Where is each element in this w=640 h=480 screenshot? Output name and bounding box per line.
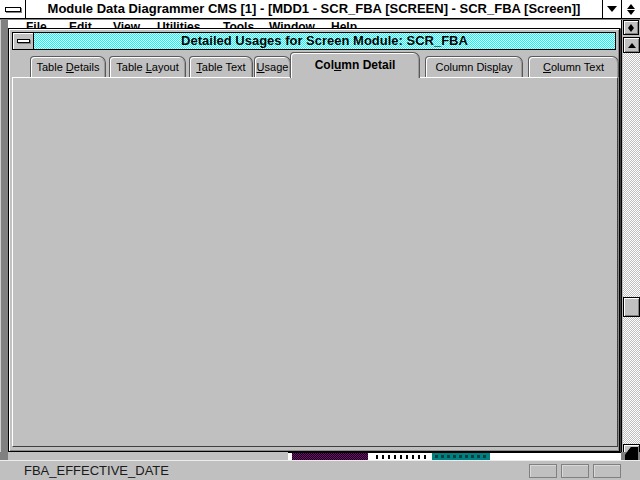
tab-label: Table [37,61,66,73]
tab-label: able Text [202,61,246,73]
statusbar: FBA_EFFECTIVE_DATE [0,460,640,480]
restore-up-icon [627,4,635,9]
dialog-titlebar: Detailed Usages for Screen Module: SCR_F… [12,32,616,50]
tab-table-text[interactable]: Table Text [189,56,253,77]
system-menu-dash-icon [5,7,21,12]
minimize-button[interactable] [602,0,621,18]
menu-item-tools[interactable]: Tools [223,20,254,28]
statusbar-well [561,464,589,478]
restore-down-icon [627,10,635,15]
tab-label: Table [116,61,145,73]
dialog-system-menu-button[interactable] [13,33,34,49]
tab-table-layout[interactable]: Table Layout [109,56,186,77]
scrollbar-thumb[interactable] [623,297,640,317]
menu-item-help[interactable]: Help [331,20,357,28]
tab-label-accel: C [543,61,551,73]
child-restore-down-icon [628,28,634,32]
main-menubar: File Edit View Utilities Tools Window He… [1,20,621,28]
tab-usage[interactable]: Usage [254,56,291,77]
statusbar-text: FBA_EFFECTIVE_DATE [24,463,169,478]
menu-item-utilities[interactable]: Utilities [157,20,200,28]
vertical-scrollbar[interactable] [623,37,640,460]
tab-label: ayout [152,61,179,73]
scroll-up-button[interactable] [623,37,640,53]
tab-label: mn Detail [341,58,395,72]
restore-button[interactable] [621,0,640,18]
tab-table-details[interactable]: Table Details [30,56,106,77]
tab-label: etails [74,61,100,73]
teal-fragment [432,453,490,460]
menu-item-edit[interactable]: Edit [69,20,92,28]
statusbar-well [593,464,621,478]
tab-column-display[interactable]: Column Display [425,56,523,77]
menu-item-window[interactable]: Window [269,20,315,28]
tab-label: lay [498,61,512,73]
tab-label: olumn Text [551,61,604,73]
screen: Module Data Diagrammer CMS [1] - [MDD1 -… [0,0,640,480]
background-window-strip [0,452,640,460]
main-system-menu-button[interactable] [0,0,26,18]
window-left-edge [0,20,8,460]
menu-item-file[interactable]: File [26,20,47,28]
tab-label: sage [265,61,289,73]
purple-fragment [292,453,368,460]
tab-column-text[interactable]: Column Text [528,56,619,77]
tab-label-accel: U [257,61,265,73]
main-titlebar: Module Data Diagrammer CMS [1] - [MDD1 -… [0,0,640,19]
tab-label: Col [315,58,334,72]
text-fragment [376,455,426,459]
tab-label-accel: D [66,61,74,73]
tab-column-detail[interactable]: Column Detail [290,52,420,78]
child-restore-button[interactable] [623,20,639,35]
background-window-right-edge [621,20,640,460]
tab-panel-column-detail [12,77,618,447]
tab-label: Column Dis [435,61,492,73]
main-window-title: Module Data Diagrammer CMS [1] - [MDD1 -… [26,0,602,18]
scroll-up-icon [628,43,636,48]
scrollbar-track[interactable] [623,53,640,444]
dialog-title: Detailed Usages for Screen Module: SCR_F… [34,33,615,49]
dialog-system-menu-dash-icon [17,39,30,43]
detailed-usages-dialog: Detailed Usages for Screen Module: SCR_F… [8,28,620,452]
statusbar-well [529,464,557,478]
minimize-icon [607,6,617,12]
menu-item-view[interactable]: View [113,20,140,28]
